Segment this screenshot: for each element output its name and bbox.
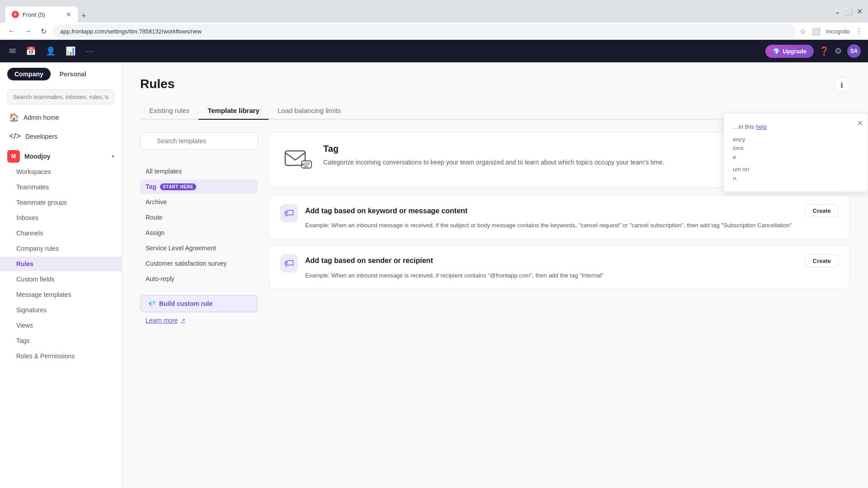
filter-archive[interactable]: Archive <box>140 195 258 209</box>
template-card-2-header: Add tag based on sender or recipient Cre… <box>305 254 839 267</box>
sidebar: Company Personal 🏠 Admin home </> Develo… <box>0 62 122 488</box>
code-icon: </> <box>9 131 21 141</box>
template-card-1-title: Add tag based on keyword or message cont… <box>305 207 467 215</box>
topbar-right: 💎 Upgrade ❓ ⚙ SA <box>765 44 861 58</box>
template-card-1: 🏷 Add tag based on keyword or message co… <box>269 195 850 239</box>
extensions-icon[interactable]: ⬜ <box>811 27 821 36</box>
sidebar-item-roles-permissions[interactable]: Roles & Permissions <box>0 349 122 363</box>
sidebar-item-developers[interactable]: </> Developers <box>0 127 122 145</box>
browser-chrome: F Front (5) ✕ + ⌄ ⬜ ✕ <box>0 0 868 23</box>
template-card-1-header: Add tag based on keyword or message cont… <box>305 204 839 217</box>
template-card-1-description: Example: When an inbound message is rece… <box>305 221 839 230</box>
sidebar-item-teammate-groups[interactable]: Teammate groups <box>0 195 122 210</box>
developers-label: Developers <box>25 133 57 140</box>
template-card-1-icon: 🏷 <box>280 204 298 222</box>
filter-all-templates[interactable]: All templates <box>140 164 258 178</box>
sidebar-item-message-templates[interactable]: Message templates <box>0 287 122 302</box>
org-name: Moodjoy <box>24 153 107 160</box>
more-options-icon[interactable]: ⋮ <box>855 27 863 36</box>
filter-tag[interactable]: Tag START HERE <box>140 179 258 194</box>
admin-home-label: Admin home <box>24 114 59 121</box>
tab-load-balancing[interactable]: Load balancing limits <box>269 102 350 120</box>
template-card-2-create-button[interactable]: Create <box>805 254 839 267</box>
more-icon[interactable]: ⋯ <box>84 44 95 58</box>
settings-icon[interactable]: ⚙ <box>835 46 842 56</box>
app-topbar: ✉ 📅 👤 📊 ⋯ 💎 Upgrade ❓ ⚙ SA <box>0 40 868 62</box>
upgrade-button[interactable]: 💎 Upgrade <box>765 45 814 58</box>
template-card-2: 🏷 Add tag based on sender or recipient C… <box>269 245 850 290</box>
back-button[interactable]: ← <box>5 25 18 37</box>
sidebar-item-rules[interactable]: Rules <box>0 257 122 271</box>
sidebar-item-signatures[interactable]: Signatures <box>0 303 122 317</box>
side-popup-text: …in this help <box>733 122 859 131</box>
browser-tabs: F Front (5) ✕ + <box>5 0 88 23</box>
filter-route[interactable]: Route <box>140 210 258 225</box>
filter-auto-reply[interactable]: Auto-reply <box>140 272 258 286</box>
template-card-2-icon: 🏷 <box>280 254 298 272</box>
tab-favicon: F <box>12 11 19 18</box>
inbox-icon[interactable]: ✉ <box>7 44 18 58</box>
topbar-left-icons: ✉ 📅 👤 📊 ⋯ <box>7 44 758 58</box>
learn-more-label: Learn more <box>146 317 178 324</box>
filter-assign[interactable]: Assign <box>140 225 258 240</box>
build-custom-rule-button[interactable]: 💎 Build custom rule <box>140 295 258 312</box>
sidebar-item-tags[interactable]: Tags <box>0 333 122 348</box>
template-sidebar: 🔍 All templates Tag START HERE Archive R… <box>140 132 258 328</box>
help-icon[interactable]: ❓ <box>819 46 829 56</box>
tag-purple-icon-2: 🏷 <box>284 258 294 269</box>
tab-close-btn[interactable]: ✕ <box>66 11 71 18</box>
new-tab-button[interactable]: + <box>80 9 88 23</box>
calendar-icon[interactable]: 📅 <box>24 44 38 58</box>
minimize-button[interactable]: ⌄ <box>835 7 840 16</box>
template-search-input[interactable] <box>140 132 258 150</box>
forward-button[interactable]: → <box>22 25 34 37</box>
template-card-1-create-button[interactable]: Create <box>805 204 839 217</box>
tab-existing-rules[interactable]: Existing rules <box>140 102 198 120</box>
page-title: Rules <box>140 77 850 91</box>
side-popup: ✕ …in this help encyionse um onn. <box>723 113 868 192</box>
close-window-button[interactable]: ✕ <box>857 7 863 16</box>
filter-csat[interactable]: Customer satisfaction survey <box>140 256 258 271</box>
bookmark-icon[interactable]: ☆ <box>800 27 806 36</box>
browser-nav-icons: ☆ ⬜ Incognito ⋮ <box>800 27 863 36</box>
sidebar-item-views[interactable]: Views <box>0 318 122 333</box>
sidebar-item-inboxes[interactable]: Inboxes <box>0 211 122 225</box>
side-popup-close-button[interactable]: ✕ <box>857 118 863 129</box>
contacts-icon[interactable]: 👤 <box>44 44 57 58</box>
external-link-icon: ↗ <box>181 317 185 324</box>
expand-icon: ▾ <box>112 153 114 160</box>
sidebar-item-company-rules[interactable]: Company rules <box>0 241 122 256</box>
analytics-icon[interactable]: 📊 <box>64 44 77 58</box>
info-button[interactable]: ℹ <box>834 77 850 93</box>
org-header[interactable]: M Moodjoy ▾ <box>0 145 122 164</box>
filter-sla[interactable]: Service Level Agreement <box>140 241 258 255</box>
app-layout: Company Personal 🏠 Admin home </> Develo… <box>0 62 868 488</box>
sidebar-nav-list: Workspaces Teammates Teammate groups Inb… <box>0 164 122 363</box>
tab-company[interactable]: Company <box>7 68 51 80</box>
reload-button[interactable]: ↻ <box>38 25 49 38</box>
global-search-input[interactable] <box>7 89 114 104</box>
active-tab[interactable]: F Front (5) ✕ <box>5 6 78 23</box>
sidebar-search-wrapper <box>0 86 122 108</box>
filter-list: All templates Tag START HERE Archive Rou… <box>140 164 258 286</box>
sidebar-item-custom-fields[interactable]: Custom fields <box>0 272 122 286</box>
learn-more-link[interactable]: Learn more ↗ <box>140 312 258 328</box>
diamond-icon: 💎 <box>773 48 780 55</box>
org-avatar: M <box>7 150 20 163</box>
address-bar[interactable] <box>53 24 796 38</box>
tab-template-library[interactable]: Template library <box>198 102 269 120</box>
sidebar-item-channels[interactable]: Channels <box>0 226 122 240</box>
restore-button[interactable]: ⬜ <box>844 7 853 16</box>
side-popup-help-link[interactable]: help <box>756 123 767 130</box>
sidebar-item-workspaces[interactable]: Workspaces <box>0 164 122 179</box>
home-icon: 🏠 <box>9 113 19 122</box>
template-card-2-description: Example: When an inbound message is rece… <box>305 271 839 280</box>
sidebar-item-teammates[interactable]: Teammates <box>0 180 122 194</box>
avatar[interactable]: SA <box>847 44 861 58</box>
tag-purple-icon: 🏷 <box>284 207 294 219</box>
sidebar-tabs: Company Personal <box>0 62 122 86</box>
tab-personal[interactable]: Personal <box>52 68 94 80</box>
sidebar-item-admin-home[interactable]: 🏠 Admin home <box>0 108 122 127</box>
browser-nav: ← → ↻ ☆ ⬜ Incognito ⋮ <box>0 23 868 40</box>
filter-tag-label: Tag <box>146 183 156 190</box>
